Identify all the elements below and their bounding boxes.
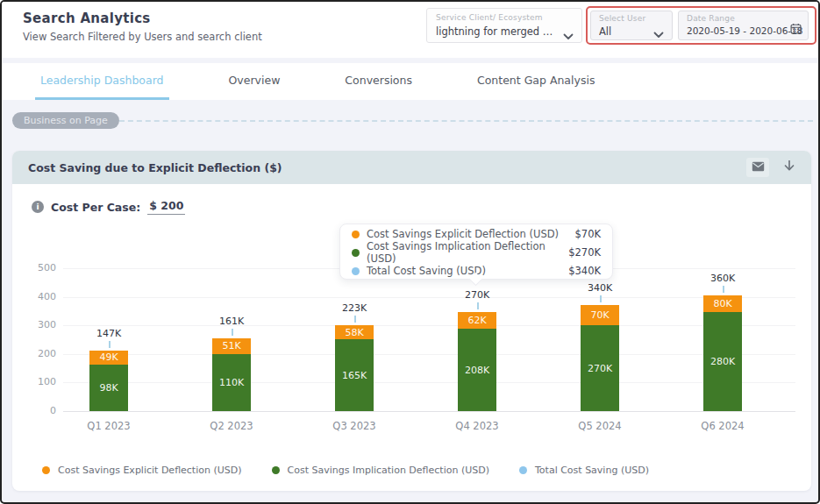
tab-content-gap-analysis[interactable]: Content Gap Analysis <box>472 63 600 100</box>
gridline <box>63 325 795 326</box>
bar-total-label: 161K <box>205 316 258 327</box>
chevron-down-icon <box>563 27 574 44</box>
bar-total-label: 270K <box>451 289 503 301</box>
tooltip-series-label: Total Cost Saving (USD) <box>367 265 486 277</box>
chart-tooltip: Cost Savings Explicit Deflection (USD)$7… <box>339 224 613 280</box>
calendar-icon[interactable] <box>790 21 802 38</box>
select-user-label: Select User <box>599 14 645 23</box>
legend-dot-icon <box>272 466 280 474</box>
y-axis-tick: 200 <box>12 348 56 359</box>
business-on-page-chip[interactable]: Business on Page <box>12 112 119 129</box>
page-subtitle: View Search Filtered by Users and search… <box>23 31 262 43</box>
chevron-down-icon <box>653 25 664 42</box>
series-dot-icon <box>352 249 360 257</box>
x-axis-label: Q3 2023 <box>319 420 389 432</box>
legend-label: Cost Savings Implication Deflection (USD… <box>288 465 489 476</box>
date-range-value: 2020-05-19 - 2020-06-18 <box>687 25 803 36</box>
bar-segment-implication-q1-2023[interactable]: 98K <box>89 365 128 411</box>
service-client-label: Service Client/ Ecosystem <box>436 13 543 22</box>
legend-item[interactable]: Cost Savings Implication Deflection (USD… <box>272 465 489 476</box>
bar-segment-explicit-q1-2023[interactable]: 49K <box>89 351 128 365</box>
legend-dot-icon <box>519 466 527 474</box>
bar-segment-explicit-q4-2023[interactable]: 62K <box>458 312 496 330</box>
section-divider <box>119 120 813 122</box>
bar-segment-implication-q4-2023[interactable]: 208K <box>458 329 496 411</box>
highlighted-filter-group: Select User All Date Range 2020-05-19 - … <box>586 6 816 45</box>
y-axis-tick: 100 <box>12 376 56 387</box>
tab-leadership-dashboard[interactable]: Leadership Dashboard <box>35 63 169 100</box>
select-user-value: All <box>599 25 611 38</box>
page-header: Search Analytics View Search Filtered by… <box>2 2 818 58</box>
date-range-label: Date Range <box>687 14 735 23</box>
gridline <box>63 354 795 355</box>
chart-legend: Cost Savings Explicit Deflection (USD)Co… <box>42 465 649 476</box>
gridline <box>63 297 795 298</box>
bar-segment-explicit-q5-2024[interactable]: 70K <box>581 305 619 325</box>
tab-overview[interactable]: Overview <box>224 63 286 100</box>
legend-label: Cost Savings Explicit Deflection (USD) <box>58 465 242 476</box>
y-axis-tick: 400 <box>12 291 56 302</box>
tooltip-series-value: $70K <box>575 228 602 240</box>
bar-segment-implication-q5-2024[interactable]: 270K <box>581 325 619 411</box>
service-client-value: lightning for merged pack... <box>436 25 553 38</box>
bar-total-label: 360K <box>696 273 749 284</box>
x-axis-label: Q5 2024 <box>565 420 635 432</box>
total-label-connector <box>109 341 111 348</box>
service-client-dropdown[interactable]: Service Client/ Ecosystem lightning for … <box>426 8 582 43</box>
total-label-connector <box>600 295 602 302</box>
bar-segment-implication-q2-2023[interactable]: 110K <box>212 354 251 411</box>
cost-saving-panel: Cost Saving due to Explicit Deflection (… <box>12 151 811 491</box>
tooltip-series-value: $340K <box>568 265 601 277</box>
bar-total-label: 223K <box>328 302 381 314</box>
date-range-picker[interactable]: Date Range 2020-05-19 - 2020-06-18 <box>678 11 809 40</box>
x-axis-label: Q4 2023 <box>442 420 512 432</box>
total-label-connector <box>477 302 479 309</box>
bar-segment-implication-q6-2024[interactable]: 280K <box>703 312 742 411</box>
total-label-connector <box>354 316 356 323</box>
tooltip-series-label: Cost Savings Implication Deflection (USD… <box>367 240 561 265</box>
bar-total-label: 340K <box>574 282 626 294</box>
legend-dot-icon <box>42 466 50 474</box>
gridline <box>63 382 795 383</box>
tooltip-series-value: $270K <box>568 246 601 259</box>
series-dot-icon <box>352 267 360 275</box>
bar-segment-explicit-q3-2023[interactable]: 58K <box>335 325 374 339</box>
tab-bar: Leadership DashboardOverviewConversionsC… <box>2 63 818 100</box>
legend-item[interactable]: Cost Savings Explicit Deflection (USD) <box>42 465 242 476</box>
x-axis-label: Q6 2024 <box>688 420 758 432</box>
bar-segment-explicit-q2-2023[interactable]: 51K <box>212 338 251 354</box>
y-axis-tick: 0 <box>12 405 56 416</box>
tab-conversions[interactable]: Conversions <box>339 63 417 100</box>
bar-total-label: 147K <box>82 328 135 339</box>
stacked-bar-chart: 010020030040050098K49K147KQ1 2023110K51K… <box>12 151 811 491</box>
y-axis-tick: 500 <box>12 262 56 273</box>
x-axis-label: Q2 2023 <box>196 420 267 432</box>
bar-segment-explicit-q6-2024[interactable]: 80K <box>703 295 742 312</box>
x-axis-label: Q1 2023 <box>74 420 144 432</box>
legend-item[interactable]: Total Cost Saving (USD) <box>519 465 649 476</box>
page-title: Search Analytics <box>23 11 151 26</box>
legend-label: Total Cost Saving (USD) <box>535 465 649 476</box>
tooltip-row: Cost Savings Implication Deflection (USD… <box>352 240 601 265</box>
app-window: Search Analytics View Search Filtered by… <box>0 0 820 504</box>
x-axis-line <box>63 411 795 412</box>
series-dot-icon <box>352 231 360 238</box>
total-label-connector <box>723 286 724 293</box>
tooltip-series-label: Cost Savings Explicit Deflection (USD) <box>367 228 559 240</box>
select-user-dropdown[interactable]: Select User All <box>590 11 673 40</box>
bar-segment-implication-q3-2023[interactable]: 165K <box>335 339 374 411</box>
tooltip-row: Cost Savings Explicit Deflection (USD)$7… <box>352 228 601 240</box>
y-axis-tick: 300 <box>12 319 56 330</box>
total-label-connector <box>232 329 233 336</box>
